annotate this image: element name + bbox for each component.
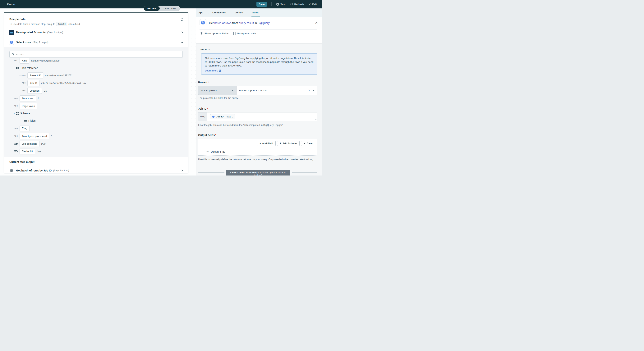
clear-button[interactable]: ✕ Clear: [301, 141, 315, 146]
text-type-icon: ABC: [14, 127, 18, 129]
group-map-data-button[interactable]: Group map data: [234, 32, 256, 35]
datapill-value: named-reporter-237205: [45, 74, 71, 77]
project-label: Project*: [198, 81, 209, 84]
workato-recipe-editor: Demo Save Test Refresh ✕ Exit RECIPE TES…: [0, 0, 322, 175]
help-toggle[interactable]: HELP: [200, 48, 210, 50]
group-fields[interactable]: ▸ Fields: [22, 118, 36, 123]
tab-recipe[interactable]: RECIPE: [144, 6, 160, 11]
action-toolbar: Show optional fields Group map data: [200, 32, 256, 35]
recipe-data-title: Recipe data: [10, 17, 26, 21]
divider: [292, 172, 318, 173]
datapill-row-page-token: ABC Page token: [14, 102, 37, 109]
job-id-datapill[interactable]: Job ID Step 2: [210, 114, 235, 119]
output-fields-label: Output fields*: [198, 134, 216, 137]
close-icon: ✕: [308, 3, 311, 6]
datapill-kind[interactable]: Kind: [20, 58, 29, 64]
project-field: Select project named-reporter-237205 ✕: [198, 86, 318, 95]
datapill-cache-hit[interactable]: Cache hit: [20, 148, 35, 154]
job-id-label: Job ID*: [198, 107, 208, 110]
tree-line: [19, 75, 22, 75]
breadcrumb-connection[interactable]: Connection: [212, 11, 226, 14]
divider: [200, 29, 317, 29]
clear-icon[interactable]: ✕: [308, 89, 312, 92]
project-helper: The project to be billed for the query.: [198, 97, 239, 99]
recipe-title: Demo: [7, 3, 15, 6]
refresh-button[interactable]: Refresh: [290, 3, 304, 6]
datapill-location[interactable]: Location: [28, 88, 42, 94]
group-job-reference[interactable]: ▾ Job reference: [14, 65, 38, 71]
step2-output-row[interactable]: Select rows (Step 2 output): [4, 38, 188, 47]
breadcrumb-setup[interactable]: Setup: [252, 11, 259, 14]
columns-icon: [234, 32, 236, 35]
exit-button[interactable]: ✕ Exit: [308, 3, 317, 6]
step1-output-row[interactable]: New/updated Accounts (Step 1 output): [4, 28, 188, 37]
group-schema[interactable]: ▾ Schema: [14, 111, 30, 116]
datapill-total-bytes[interactable]: Total bytes processed: [20, 133, 49, 139]
resize-handle-icon[interactable]: [315, 119, 316, 120]
action-header: Get batch of rows from query result in B…: [196, 17, 322, 43]
text-type-icon: ABC: [14, 60, 18, 61]
save-button[interactable]: Save: [256, 2, 267, 7]
close-panel-icon[interactable]: ✕: [315, 21, 318, 25]
object-icon: [16, 67, 18, 69]
datapill-total-rows[interactable]: Total rows: [20, 95, 36, 101]
datapill-search: [10, 51, 183, 58]
view-tabs: RECIPE TEST JOBS: [144, 6, 180, 11]
edit-schema-button[interactable]: ✎ Edit Schema: [277, 141, 300, 146]
action-title: Get batch of rows from query result in B…: [209, 21, 270, 24]
breadcrumb-action[interactable]: Action: [235, 11, 243, 14]
arrow-right-icon: →: [246, 11, 249, 14]
tree-line: [19, 116, 19, 121]
refresh-icon: [290, 3, 293, 5]
tree-line: [19, 70, 19, 91]
close-icon: ✕: [304, 142, 306, 145]
boolean-type-icon: [14, 150, 18, 152]
datapill-value: true: [37, 150, 41, 153]
job-id-input[interactable]: 0.00 Job ID Step 2: [198, 112, 318, 121]
chevron-right-icon: [181, 169, 183, 171]
caret-down-icon: ▾: [14, 67, 14, 69]
datapill-row-total-rows: ABC Total rows 1: [14, 95, 39, 102]
datapill-value: US: [44, 89, 47, 92]
step3-output-row[interactable]: Get batch of rows by Job ID (Step 3 outp…: [4, 167, 188, 174]
step2-datatree: ABC Kind bigquery#queryResponse ▾ Job re…: [4, 47, 188, 157]
datapill-etag[interactable]: Etag: [20, 125, 30, 131]
show-optional-fields-button[interactable]: Show optional fields: [200, 32, 228, 35]
action-link-bigquery[interactable]: BigQuery: [258, 21, 270, 24]
caret-down-icon: [232, 90, 234, 91]
salesforce-icon: [9, 30, 14, 35]
datapill-job-id[interactable]: Job ID: [28, 80, 40, 86]
breadcrumb-app[interactable]: App: [198, 11, 203, 14]
datapill-value: true: [41, 142, 46, 145]
project-select-dropdown[interactable]: Select project: [198, 86, 236, 95]
action-link-batch-of-rows[interactable]: batch of rows: [214, 21, 231, 24]
caret-down-icon[interactable]: [312, 90, 314, 91]
add-field-button[interactable]: + Add Field: [257, 141, 276, 146]
collapse-expand-icon[interactable]: [181, 18, 184, 22]
tab-test-jobs[interactable]: TEST JOBS: [160, 6, 180, 11]
chevron-down-icon: [181, 41, 183, 43]
tree-line: [19, 83, 22, 83]
test-button[interactable]: Test: [276, 3, 286, 6]
job-id-helper: ID of the job. This can be found from th…: [198, 124, 283, 126]
output-field-name: Account_ID: [211, 150, 225, 153]
text-type-icon: ABC: [22, 82, 26, 84]
datapill-job-complete[interactable]: Job complete: [20, 141, 40, 147]
learn-more-link[interactable]: Learn more: [205, 69, 222, 72]
datapill-project-id[interactable]: Project ID: [28, 72, 43, 78]
step1-note: (Step 1 output): [47, 31, 63, 34]
text-type-icon: ABC: [22, 90, 26, 92]
caret-right-icon: ▸: [22, 120, 23, 122]
action-link-query-result[interactable]: query result: [239, 21, 254, 24]
datapill-page-token[interactable]: Page token: [20, 103, 37, 109]
chevron-right-icon: [181, 31, 183, 33]
help-text: Get even more rows from BigQuery by supp…: [205, 56, 314, 68]
current-step-output-title: Current step output: [10, 160, 34, 163]
datapill-row-total-bytes: ABC Total bytes processed 0: [14, 133, 52, 139]
search-input[interactable]: [16, 53, 180, 56]
project-value-input[interactable]: named-reporter-237205 ✕: [236, 86, 318, 95]
datapill-row-project-id: ABC Project ID named-reporter-237205: [22, 72, 71, 79]
recipe-data-subtitle: To use data from a previous step, drag i…: [10, 22, 80, 26]
output-field-row[interactable]: ABC Account_ID: [198, 148, 318, 156]
datapill-chip: datapill: [56, 22, 67, 26]
